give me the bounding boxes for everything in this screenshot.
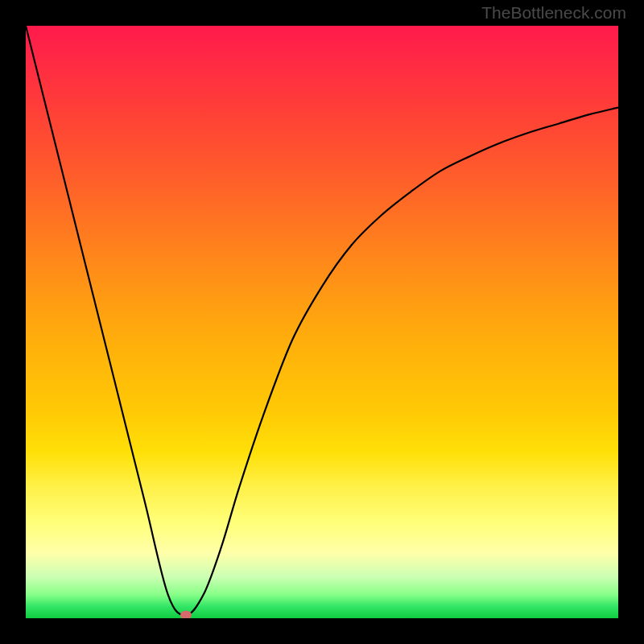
bottleneck-curve — [26, 26, 618, 618]
optimal-point-marker — [180, 611, 192, 618]
chart-container: TheBottleneck.com — [0, 0, 644, 644]
plot-area — [26, 26, 618, 618]
watermark-text: TheBottleneck.com — [481, 3, 626, 23]
